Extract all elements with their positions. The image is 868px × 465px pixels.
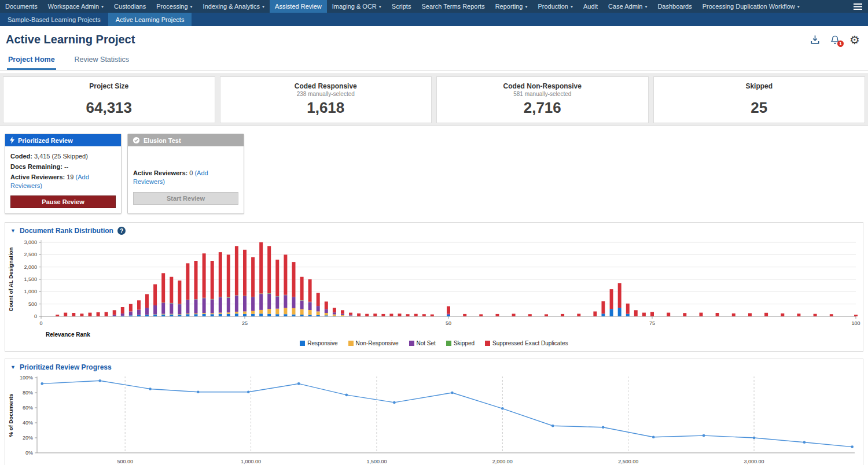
nav-item-reporting[interactable]: Reporting▾ bbox=[490, 0, 533, 13]
pause-review-button[interactable]: Pause Review bbox=[10, 195, 116, 208]
nav-item-label: Processing Duplication Workflow bbox=[703, 3, 795, 10]
subnav-item-sample-based-learning-projects[interactable]: Sample-Based Learning Projects bbox=[0, 13, 108, 26]
docs-remaining-value: -- bbox=[64, 163, 68, 170]
legend-item-non-responsive: Non-Responsive bbox=[348, 340, 399, 346]
nav-item-label: Custodians bbox=[114, 3, 146, 10]
page-header: Active Learning Project 1 ⚙ bbox=[0, 26, 868, 46]
nav-item-assisted-review[interactable]: Assisted Review bbox=[270, 0, 327, 13]
nav-item-imaging-ocr[interactable]: Imaging & OCR▾ bbox=[327, 0, 387, 13]
svg-text:1,000.00: 1,000.00 bbox=[241, 459, 261, 464]
tab-review-statistics[interactable]: Review Statistics bbox=[73, 51, 130, 70]
legend-label: Not Set bbox=[417, 340, 436, 346]
active-reviewers-value: 19 bbox=[67, 174, 73, 180]
nav-item-processing[interactable]: Processing▾ bbox=[151, 0, 197, 13]
nav-item-label: Case Admin bbox=[608, 3, 642, 10]
stat-label: Project Size bbox=[3, 82, 215, 90]
stat-sublabel: 238 manually-selected bbox=[220, 91, 432, 98]
svg-text:100: 100 bbox=[851, 320, 860, 326]
spacer bbox=[133, 152, 238, 169]
stat-card-coded-non-responsive: Coded Non-Responsive581 manually-selecte… bbox=[436, 76, 649, 123]
chevron-down-icon: ▾ bbox=[262, 4, 264, 9]
nav-item-audit[interactable]: Audit bbox=[578, 0, 603, 13]
nav-item-label: Assisted Review bbox=[275, 3, 322, 10]
nav-item-custodians[interactable]: Custodians bbox=[109, 0, 151, 13]
nav-item-label: Imaging & OCR bbox=[332, 3, 377, 10]
tab-project-home[interactable]: Project Home bbox=[7, 51, 56, 70]
svg-text:1,500.00: 1,500.00 bbox=[366, 459, 387, 464]
active-reviewers-label: Active Reviewers: bbox=[10, 174, 65, 180]
nav-item-label: Indexing & Analytics bbox=[203, 3, 260, 10]
legend-label: Non-Responsive bbox=[356, 340, 399, 346]
help-icon[interactable]: ? bbox=[117, 227, 126, 235]
rank-distribution-chart: 05001,0001,5002,0002,5003,0000255075100C… bbox=[5, 237, 862, 328]
active-reviewers-row: Active Reviewers: 0 (Add Reviewers) bbox=[133, 169, 238, 186]
legend-swatch bbox=[446, 341, 451, 346]
svg-text:2,000.00: 2,000.00 bbox=[492, 459, 513, 464]
start-review-button[interactable]: Start Review bbox=[133, 192, 238, 205]
collapse-icon[interactable]: ▼ bbox=[10, 364, 16, 370]
svg-text:60%: 60% bbox=[23, 405, 33, 411]
active-reviewers-value: 0 bbox=[189, 169, 193, 176]
export-icon bbox=[810, 34, 821, 45]
chevron-down-icon: ▾ bbox=[645, 4, 647, 9]
stat-value: 64,313 bbox=[3, 99, 215, 117]
elusion-test-card: Elusion Test Active Reviewers: 0 (Add Re… bbox=[127, 134, 244, 214]
subnav-item-active-learning-projects[interactable]: Active Learning Projects bbox=[108, 13, 192, 26]
nav-item-label: Dashboards bbox=[657, 3, 692, 10]
svg-text:Count of AL Designation: Count of AL Designation bbox=[8, 248, 14, 312]
nav-item-label: Audit bbox=[583, 3, 598, 10]
stat-label: Skipped bbox=[654, 82, 865, 90]
prioritized-review-card: Prioritized Review Coded: 3,415 (25 Skip… bbox=[5, 134, 122, 214]
menu-button[interactable] bbox=[847, 0, 868, 13]
nav-item-documents[interactable]: Documents bbox=[0, 0, 43, 13]
legend-item-responsive: Responsive bbox=[300, 340, 337, 346]
primary-nav: DocumentsWorkspace Admin▾CustodiansProce… bbox=[0, 0, 868, 13]
svg-text:80%: 80% bbox=[23, 390, 33, 396]
legend-swatch bbox=[348, 341, 354, 346]
notifications-button[interactable]: 1 bbox=[830, 35, 840, 45]
nav-item-indexing-analytics[interactable]: Indexing & Analytics▾ bbox=[198, 0, 270, 13]
legend-label: Responsive bbox=[307, 340, 337, 346]
svg-text:1,500: 1,500 bbox=[24, 276, 37, 282]
settings-button[interactable]: ⚙ bbox=[849, 34, 860, 46]
svg-text:0: 0 bbox=[39, 320, 42, 326]
x-axis-label: Relevance Rank bbox=[46, 331, 863, 338]
stat-card-project-size: Project Size 64,313 bbox=[3, 76, 215, 123]
stat-value: 1,618 bbox=[220, 99, 432, 117]
primary-nav-items: DocumentsWorkspace Admin▾CustodiansProce… bbox=[0, 0, 805, 13]
svg-text:0: 0 bbox=[34, 313, 37, 319]
nav-item-workspace-admin[interactable]: Workspace Admin▾ bbox=[43, 0, 109, 13]
nav-item-production[interactable]: Production▾ bbox=[532, 0, 578, 13]
nav-item-case-admin[interactable]: Case Admin▾ bbox=[603, 0, 652, 13]
nav-item-scripts[interactable]: Scripts bbox=[387, 0, 417, 13]
export-button[interactable] bbox=[810, 34, 821, 45]
stat-sublabel bbox=[3, 91, 215, 98]
legend-swatch bbox=[485, 341, 490, 346]
secondary-nav-items: Sample-Based Learning ProjectsActive Lea… bbox=[0, 13, 192, 26]
review-progress-chart: 500.001,000.001,500.002,000.002,500.003,… bbox=[5, 373, 862, 465]
chevron-down-icon: ▾ bbox=[525, 4, 527, 9]
page-title: Active Learning Project bbox=[6, 33, 135, 46]
review-cards-row: Prioritized Review Coded: 3,415 (25 Skip… bbox=[0, 134, 868, 222]
legend-item-not-set: Not Set bbox=[409, 340, 436, 346]
svg-text:100%: 100% bbox=[20, 375, 33, 381]
hamburger-icon bbox=[854, 3, 862, 10]
nav-item-label: Processing bbox=[156, 3, 187, 10]
header-actions: 1 ⚙ bbox=[810, 34, 860, 46]
svg-text:2,500: 2,500 bbox=[24, 252, 37, 258]
prioritized-review-progress-title: Prioritized Review Progress bbox=[20, 363, 112, 371]
check-circle-icon bbox=[133, 136, 140, 144]
document-rank-distribution-panel: ▼ Document Rank Distribution ? 05001,000… bbox=[5, 222, 863, 352]
chevron-down-icon: ▾ bbox=[797, 4, 800, 9]
svg-text:25: 25 bbox=[242, 320, 248, 326]
nav-item-dashboards[interactable]: Dashboards bbox=[652, 0, 697, 13]
collapse-icon[interactable]: ▼ bbox=[10, 228, 16, 234]
chevron-down-icon: ▾ bbox=[571, 4, 573, 9]
legend-label: Skipped bbox=[454, 340, 475, 346]
chevron-down-icon: ▾ bbox=[190, 4, 193, 9]
stat-value: 25 bbox=[654, 99, 865, 117]
nav-item-processing-duplication-workflow[interactable]: Processing Duplication Workflow▾ bbox=[697, 0, 805, 13]
prioritized-review-title: Prioritized Review bbox=[18, 137, 73, 144]
project-stats-strip: Project Size 64,313Coded Responsive238 m… bbox=[0, 73, 868, 126]
nav-item-search-terms-reports[interactable]: Search Terms Reports bbox=[416, 0, 490, 13]
